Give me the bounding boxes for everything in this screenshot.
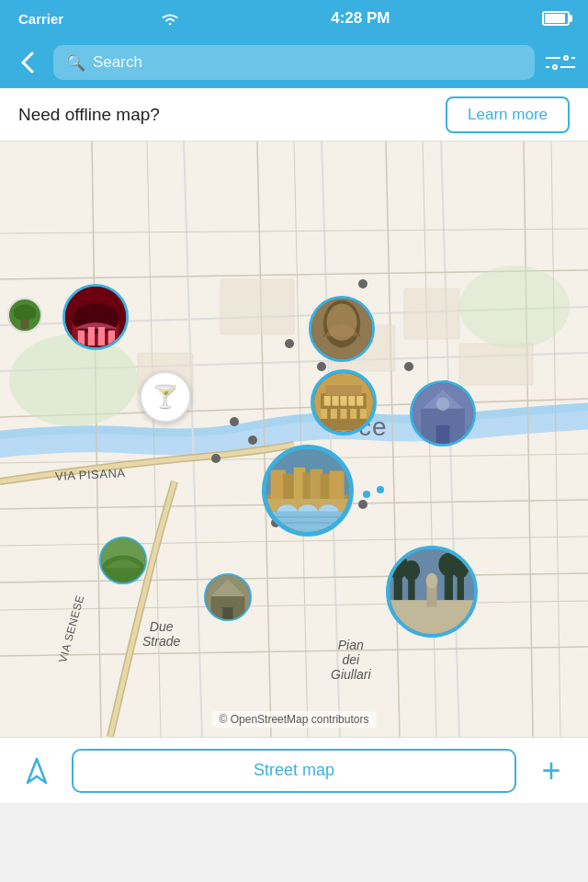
- uffizi-image: [314, 369, 373, 435]
- svg-rect-76: [436, 425, 450, 444]
- ponte-vecchio-pin[interactable]: [262, 445, 354, 537]
- svg-point-29: [9, 334, 138, 426]
- map-dot-14: [358, 279, 368, 288]
- svg-rect-26: [459, 344, 533, 385]
- offline-banner: Need offline map? Learn more: [0, 88, 588, 141]
- basilica-pin[interactable]: [204, 573, 252, 621]
- svg-rect-49: [348, 396, 355, 406]
- plus-icon: +: [541, 754, 560, 787]
- svg-point-39: [13, 304, 36, 321]
- location-button[interactable]: [15, 749, 59, 793]
- svg-rect-47: [333, 396, 339, 406]
- map-attribution: © OpenStreetMap contributors: [212, 711, 377, 728]
- cathedral-pin[interactable]: [309, 296, 375, 362]
- svg-point-89: [426, 573, 438, 589]
- svg-rect-48: [340, 396, 346, 406]
- battery-fill: [545, 14, 565, 23]
- battery-container: [542, 11, 570, 26]
- map-dot-7: [230, 417, 239, 426]
- blue-dot-4: [363, 491, 370, 498]
- offline-text: Need offline map?: [18, 105, 160, 125]
- synagogue-pin[interactable]: [410, 380, 476, 447]
- svg-rect-54: [350, 409, 356, 419]
- location-icon: [23, 757, 51, 785]
- cathedral-image: [311, 296, 372, 362]
- teatro-pin[interactable]: [62, 284, 129, 350]
- svg-point-43: [327, 304, 357, 341]
- bar-marker[interactable]: 🍸: [140, 371, 191, 423]
- back-button[interactable]: [11, 46, 44, 79]
- svg-rect-94: [222, 607, 232, 619]
- svg-rect-53: [340, 409, 346, 419]
- svg-rect-34: [78, 331, 85, 346]
- svg-rect-55: [360, 409, 367, 419]
- search-bar[interactable]: 🔍 Search: [53, 45, 535, 80]
- district-pian-giullari: Pian dei Giullari: [331, 638, 371, 682]
- map-dot-11: [358, 500, 368, 509]
- map-dot-1: [285, 339, 294, 348]
- teatro-image: [65, 284, 126, 350]
- ponte-image: [266, 445, 349, 537]
- piazzale-pin[interactable]: [386, 546, 478, 638]
- nature-pin[interactable]: [7, 298, 42, 333]
- svg-rect-46: [324, 396, 331, 406]
- time-display: 4:28 PM: [331, 9, 390, 28]
- battery-icon: [542, 11, 570, 26]
- street-map-button[interactable]: Street map: [72, 749, 516, 793]
- carrier-text: Carrier: [18, 11, 63, 27]
- svg-rect-52: [331, 409, 337, 419]
- svg-rect-35: [88, 327, 95, 345]
- svg-rect-51: [321, 409, 327, 419]
- filter-button[interactable]: [544, 46, 577, 79]
- svg-point-82: [403, 560, 420, 581]
- hill-pin[interactable]: [99, 537, 147, 584]
- svg-rect-50: [356, 396, 363, 406]
- svg-point-33: [72, 303, 119, 334]
- search-icon: 🔍: [66, 53, 85, 73]
- svg-rect-36: [98, 327, 105, 345]
- hill-image: [101, 537, 145, 584]
- learn-more-button[interactable]: Learn more: [446, 96, 570, 133]
- svg-rect-25: [404, 288, 459, 339]
- status-icons-left: [161, 12, 179, 26]
- search-placeholder: Search: [93, 53, 142, 72]
- piazzale-image: [390, 546, 474, 638]
- wifi-icon: [161, 12, 179, 26]
- svg-rect-65: [329, 470, 344, 499]
- nature-image: [9, 298, 40, 333]
- svg-rect-56: [325, 385, 361, 395]
- svg-rect-40: [21, 319, 29, 329]
- synagogue-image: [413, 380, 473, 447]
- map-background: [0, 141, 588, 737]
- map-dot-4: [404, 362, 413, 371]
- svg-marker-95: [28, 759, 46, 783]
- map-dot-9: [211, 454, 220, 463]
- svg-rect-23: [220, 279, 294, 334]
- svg-rect-37: [108, 331, 115, 346]
- svg-point-86: [452, 558, 469, 578]
- bottom-toolbar: Street map +: [0, 737, 588, 803]
- basilica-image: [206, 573, 250, 621]
- map-dot-8: [248, 435, 257, 445]
- nav-bar: 🔍 Search: [0, 37, 588, 88]
- svg-point-75: [436, 398, 450, 412]
- uffizi-pin[interactable]: [311, 369, 377, 435]
- district-due-strade: Due Strade: [142, 619, 180, 649]
- cocktail-icon: 🍸: [152, 384, 179, 410]
- blue-dot-5: [377, 486, 384, 493]
- map-dot-2: [317, 362, 326, 371]
- svg-point-30: [459, 266, 570, 348]
- status-bar: Carrier 4:28 PM: [0, 0, 588, 37]
- add-button[interactable]: +: [529, 749, 573, 793]
- map-area[interactable]: VIA PISANA VIA SENESE ce Due Strade Pian…: [0, 141, 588, 737]
